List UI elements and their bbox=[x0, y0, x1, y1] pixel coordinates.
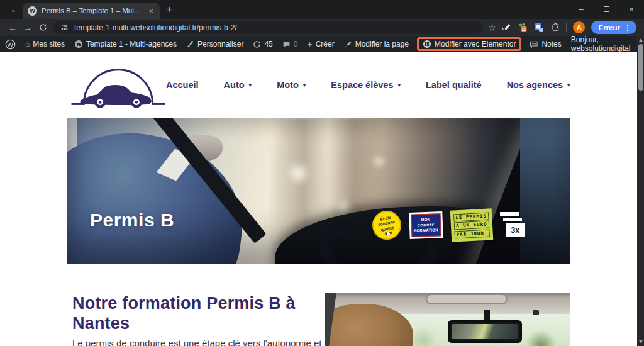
hero-title: Permis B bbox=[90, 209, 174, 231]
maximize-icon bbox=[604, 6, 609, 12]
nav-label: Moto bbox=[277, 80, 299, 90]
notes-bubble-icon bbox=[530, 40, 538, 48]
nav-item-auto[interactable]: Auto ▾ bbox=[224, 80, 252, 90]
badge-permis-un-euro-par-jour: LE PERMIS A UN EURO PAR JOUR bbox=[450, 208, 492, 242]
plus-icon: + bbox=[307, 39, 312, 49]
tab-title: Permis B – Template 1 – Multi-a bbox=[42, 7, 143, 14]
mirror-reflection bbox=[452, 324, 518, 339]
wp-logo-menu[interactable] bbox=[5, 39, 16, 50]
leaf-d-extension-icon[interactable]: D bbox=[518, 23, 528, 33]
badge-paiement-3x: 3x bbox=[500, 211, 525, 240]
comments-count: 0 bbox=[294, 40, 298, 48]
reload-icon bbox=[39, 23, 47, 31]
badge-line: PAR JOUR bbox=[454, 229, 489, 238]
close-icon: × bbox=[629, 4, 634, 14]
tab-search-button[interactable]: ⌄ bbox=[5, 1, 21, 18]
close-window-button[interactable]: × bbox=[619, 0, 644, 18]
updates-icon bbox=[253, 40, 261, 48]
main-navigation: Accueil Auto ▾ Moto ▾ Espace élèves ▾ La… bbox=[166, 80, 570, 90]
wordpress-logo-icon bbox=[5, 39, 16, 50]
bookmark-star-icon[interactable]: ☆ bbox=[488, 23, 496, 33]
nav-label: Nos agences bbox=[507, 80, 563, 90]
site-logo[interactable] bbox=[70, 58, 166, 112]
scrollbar-thumb[interactable] bbox=[638, 44, 643, 91]
hero-banner: Permis B École conduite qualité MON COMP… bbox=[67, 118, 570, 264]
section-heading: Notre formation Permis B à Nantes bbox=[72, 294, 343, 334]
edit-page-menu[interactable]: Modifier la page bbox=[344, 40, 409, 48]
nav-label: Label qualité bbox=[426, 80, 482, 90]
edit-with-elementor-button[interactable]: Modifier avec Elementor bbox=[423, 40, 516, 48]
new-content-label: Créer bbox=[316, 40, 335, 48]
chevron-down-icon: ▾ bbox=[249, 82, 252, 88]
window-controls: – × bbox=[569, 0, 644, 19]
reload-button[interactable] bbox=[35, 20, 50, 35]
nav-label: Auto bbox=[224, 80, 245, 90]
comments-bubble-icon bbox=[282, 40, 291, 48]
nav-label: Accueil bbox=[166, 80, 199, 90]
nav-item-espace-eleves[interactable]: Espace élèves ▾ bbox=[331, 80, 401, 90]
nav-label: Espace élèves bbox=[331, 80, 393, 90]
notes-label: Notes bbox=[541, 40, 561, 48]
wordpress-favicon-icon: W bbox=[28, 6, 37, 16]
url-text: template-1-multi.websolutiondigital.fr/p… bbox=[74, 23, 237, 32]
new-tab-button[interactable]: + bbox=[166, 3, 172, 16]
toolbar-icons: ☆ D A Erreur ⋮ bbox=[488, 21, 639, 34]
address-bar[interactable]: template-1-multi.websolutiondigital.fr/p… bbox=[53, 21, 483, 34]
plus-icon: + bbox=[166, 3, 172, 15]
updates-count: 45 bbox=[264, 40, 272, 48]
browser-tab[interactable]: W Permis B – Template 1 – Multi-a × bbox=[23, 3, 160, 19]
hero-vignette bbox=[67, 118, 570, 264]
updates-menu[interactable]: 45 bbox=[253, 40, 272, 48]
svg-text:D: D bbox=[523, 26, 526, 32]
minimize-button[interactable]: – bbox=[569, 0, 594, 18]
wp-admin-bar: ⌂ Mes sites Template 1 - Multi-agences P… bbox=[0, 36, 644, 52]
brush-icon bbox=[186, 40, 194, 48]
forward-button[interactable]: → bbox=[20, 20, 35, 35]
visor-mount bbox=[533, 310, 539, 315]
pen-extension-icon[interactable] bbox=[502, 23, 511, 32]
minimize-icon: – bbox=[579, 4, 583, 14]
elementor-highlight-box: Modifier avec Elementor bbox=[417, 37, 521, 51]
section-body-text: Le permis de conduire est une étape clé … bbox=[72, 337, 327, 346]
site-info-icon[interactable] bbox=[60, 23, 69, 31]
admin-bar-right: Bonjour, websolutiondigital bbox=[571, 35, 644, 53]
comments-menu[interactable]: 0 bbox=[282, 40, 298, 48]
kebab-menu-icon: ⋮ bbox=[624, 23, 631, 32]
browser-error-menu-button[interactable]: Erreur ⋮ bbox=[591, 21, 636, 34]
chrome-profile-avatar[interactable]: A bbox=[573, 21, 585, 33]
my-sites-menu[interactable]: ⌂ Mes sites bbox=[25, 40, 65, 48]
installments-box: 3x bbox=[506, 223, 525, 237]
nav-item-label-qualite[interactable]: Label qualité bbox=[426, 80, 482, 90]
scroll-up-arrow-icon[interactable] bbox=[637, 36, 644, 43]
browser-scrollbar[interactable] bbox=[637, 36, 644, 346]
scroll-down-arrow-icon[interactable] bbox=[637, 338, 644, 345]
french-flag-icon bbox=[384, 232, 392, 235]
chevron-down-icon: ▾ bbox=[303, 82, 306, 88]
customize-menu[interactable]: Personnaliser bbox=[186, 40, 243, 48]
pencil-icon bbox=[344, 40, 352, 48]
error-label: Erreur bbox=[598, 24, 620, 31]
badge-mon-compte-formation: MON COMPTE FORMATION bbox=[409, 211, 443, 239]
chevron-down-icon: ▾ bbox=[567, 82, 570, 88]
new-content-menu[interactable]: + Créer bbox=[307, 39, 334, 49]
back-button[interactable]: ← bbox=[5, 20, 20, 35]
extensions-puzzle-icon[interactable] bbox=[550, 23, 560, 32]
nav-item-moto[interactable]: Moto ▾ bbox=[277, 80, 306, 90]
customize-label: Personnaliser bbox=[197, 40, 243, 48]
toolbar-divider bbox=[566, 23, 567, 32]
nav-item-nos-agences[interactable]: Nos agences ▾ bbox=[507, 80, 570, 90]
blue-extension-icon[interactable] bbox=[534, 23, 544, 33]
card-bar bbox=[503, 218, 522, 221]
site-home-icon bbox=[74, 40, 83, 48]
current-site-menu[interactable]: Template 1 - Multi-agences bbox=[74, 40, 177, 48]
back-icon: ← bbox=[8, 23, 17, 33]
chevron-down-icon: ⌄ bbox=[10, 6, 16, 14]
car-arch-logo-icon bbox=[70, 58, 166, 112]
site-header: Accueil Auto ▾ Moto ▾ Espace élèves ▾ La… bbox=[0, 52, 644, 117]
browser-toolbar: ← → template-1-multi.websolutiondigital.… bbox=[0, 19, 644, 36]
nav-item-accueil[interactable]: Accueil bbox=[166, 80, 199, 90]
notes-menu[interactable]: Notes bbox=[530, 40, 561, 48]
maximize-button[interactable] bbox=[594, 0, 619, 18]
tab-close-icon[interactable]: × bbox=[147, 6, 155, 16]
howdy-greeting[interactable]: Bonjour, websolutiondigital bbox=[571, 35, 635, 53]
